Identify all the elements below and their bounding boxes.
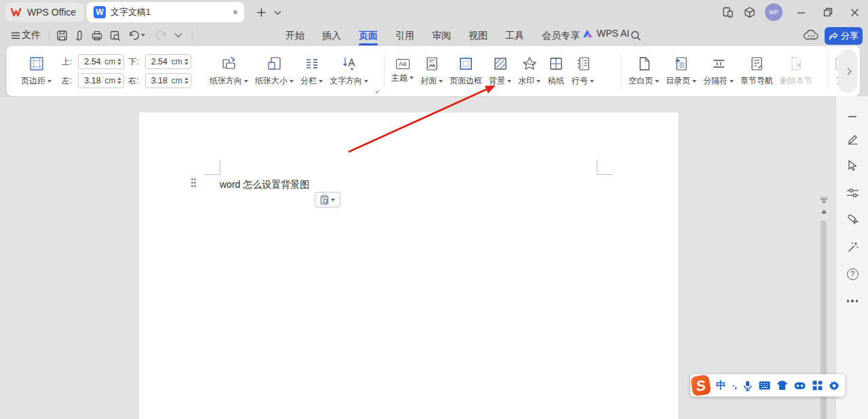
settings-gear-icon (829, 380, 840, 391)
cloud-sync-button[interactable] (802, 28, 821, 41)
file-menu[interactable]: 文件 (22, 29, 41, 41)
cover-page-button[interactable]: 封面 (417, 49, 446, 94)
undo-dropdown-button[interactable] (139, 28, 147, 42)
search-icon (630, 30, 642, 41)
group-expand-corner-icon[interactable] (376, 88, 381, 94)
spinner[interactable] (117, 58, 121, 65)
ime-settings-button[interactable] (829, 380, 840, 391)
dropdown-caret-icon (410, 77, 414, 79)
line-numbers-button[interactable]: 行号 (568, 49, 597, 94)
paper-size-icon (266, 56, 283, 72)
tab-tools[interactable]: 工具 (496, 24, 533, 46)
ime-assistant-button[interactable] (794, 380, 806, 391)
ime-apps-button[interactable] (812, 380, 823, 391)
ime-voice-button[interactable] (743, 380, 753, 391)
adjust-settings-button[interactable] (846, 186, 859, 199)
blank-page-button[interactable]: 空白页 (625, 49, 663, 94)
paper-size-button[interactable]: 纸张大小 (252, 49, 297, 94)
select-tool-button[interactable] (846, 159, 859, 172)
tab-home[interactable]: 开始 (277, 24, 313, 46)
help-button[interactable]: ? (846, 267, 859, 281)
wps-ai-label: WPS AI (597, 28, 629, 39)
background-icon (492, 56, 509, 72)
tab-list-button[interactable] (270, 5, 285, 19)
margin-left-label: 左: (62, 75, 72, 87)
margin-right-input[interactable]: 3.18 cm (145, 73, 191, 88)
margin-bottom-input[interactable]: 2.54 cm (145, 54, 191, 69)
document-page[interactable]: word 怎么设置背景图 (139, 113, 678, 419)
dash-icon (848, 115, 857, 118)
break-button[interactable]: 分隔符 (700, 49, 737, 94)
theme-icon: Aa (396, 59, 410, 69)
ime-keyboard-button[interactable] (759, 380, 770, 391)
export-icon (74, 30, 85, 41)
background-button[interactable]: 背景 (486, 49, 515, 94)
dropdown-caret-icon (439, 80, 443, 83)
page-border-button[interactable]: 页面边框 (446, 49, 486, 94)
close-button[interactable] (847, 5, 862, 19)
save-button[interactable] (54, 28, 69, 42)
smart-tools-button[interactable] (846, 240, 859, 254)
spinner[interactable] (184, 77, 189, 84)
ribbon-expand-button[interactable] (838, 49, 857, 93)
device-sync-button[interactable] (720, 5, 735, 19)
tab-review[interactable]: 审阅 (423, 24, 460, 46)
ruler-toggle-button[interactable] (819, 197, 829, 204)
dropdown-caret-icon (536, 80, 540, 83)
margin-top-input[interactable]: 2.54 cm (78, 54, 124, 69)
export-pdf-button[interactable] (72, 28, 87, 42)
watermark-button[interactable]: 水印 (515, 49, 544, 94)
chapter-navigation-button[interactable]: 章节导航 (737, 49, 776, 94)
spinner[interactable] (117, 77, 121, 84)
sidebar-more-button[interactable] (846, 294, 859, 308)
new-tab-button[interactable] (254, 5, 269, 19)
paragraph-drag-handle-icon[interactable] (191, 178, 200, 191)
delete-section-button-disabled[interactable]: 删除本节 (776, 49, 816, 94)
ime-language-mode-button[interactable]: 中 (716, 379, 726, 392)
scroll-up-button[interactable] (819, 210, 829, 214)
print-preview-button[interactable] (108, 28, 123, 42)
user-avatar[interactable]: WP (765, 3, 783, 21)
page-margins-button[interactable]: 页边距 (18, 49, 55, 94)
search-button[interactable] (628, 28, 643, 42)
document-area[interactable]: word 怎么设置背景图 (0, 96, 835, 419)
document-tab[interactable]: W 文字文稿1 (87, 2, 244, 22)
edit-pen-button[interactable] (846, 132, 859, 145)
page-margins-icon (28, 56, 45, 72)
toc-page-button[interactable]: 目录页 (663, 49, 700, 94)
app-menu-button[interactable]: WPS Office (5, 3, 84, 22)
ime-skin-button[interactable] (776, 380, 788, 391)
columns-button[interactable]: 分栏 (297, 49, 326, 94)
print-button[interactable] (90, 28, 104, 42)
paper-orientation-button[interactable]: 纸张方向 (206, 49, 252, 94)
clipped-ribbon-button[interactable]: 页 (829, 49, 838, 94)
dropdown-caret-icon (331, 199, 335, 201)
share-button[interactable]: 分享 (825, 27, 863, 45)
separator (49, 30, 50, 41)
tab-membership[interactable]: 会员专享 (533, 24, 589, 46)
text-direction-button[interactable]: 文字方向 (326, 49, 372, 94)
tab-reference[interactable]: 引用 (387, 24, 423, 46)
collapse-sidebar-button[interactable] (846, 110, 859, 123)
document-heading-text[interactable]: word 怎么设置背景图 (220, 179, 309, 191)
minimize-button[interactable] (793, 5, 808, 19)
tab-insert[interactable]: 插入 (313, 24, 350, 46)
theme-button[interactable]: Aa 主题 (388, 49, 417, 94)
quick-access-more-button[interactable] (171, 28, 186, 42)
margin-left-input[interactable]: 3.18 cm (78, 73, 124, 88)
wps-ai-button[interactable]: WPS AI (582, 28, 629, 39)
tab-page[interactable]: 页面 (350, 24, 387, 46)
paste-options-button[interactable] (315, 192, 340, 207)
restore-button[interactable] (821, 5, 835, 19)
redo-button-disabled[interactable] (153, 28, 168, 42)
grid-paper-button[interactable]: 稿纸 (544, 49, 568, 94)
spinner[interactable] (184, 58, 189, 65)
app-center-button[interactable] (742, 5, 757, 19)
sogou-logo-icon[interactable]: S (690, 374, 711, 396)
cursor-pointer-icon (846, 159, 859, 172)
tab-view[interactable]: 视图 (460, 24, 496, 46)
hamburger-icon (11, 32, 20, 39)
main-menu-button[interactable] (8, 28, 23, 42)
ime-punctuation-button[interactable]: ·, (732, 380, 736, 391)
signature-seal-button[interactable] (846, 213, 859, 226)
